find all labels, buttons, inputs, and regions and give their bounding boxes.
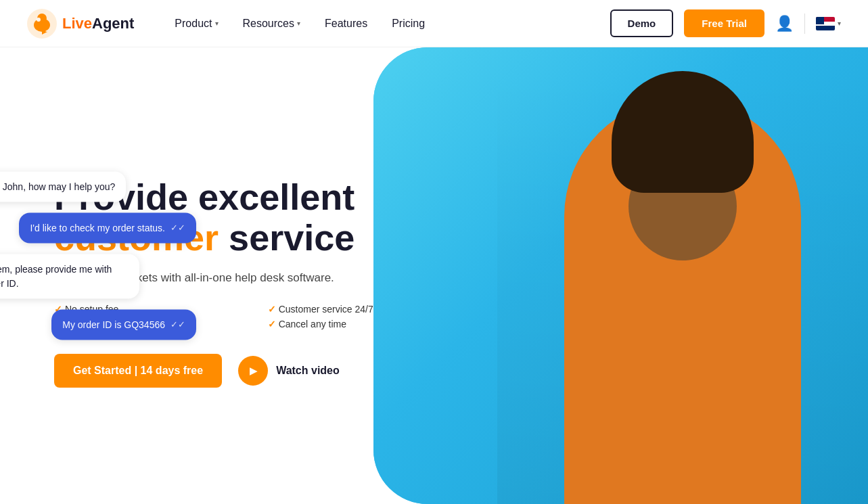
- resources-chevron-icon: ▾: [297, 20, 300, 27]
- svg-point-3: [37, 18, 41, 22]
- nav-product[interactable]: Product ▾: [175, 18, 218, 30]
- nav-resources[interactable]: Resources ▾: [243, 18, 300, 30]
- woman-illustration: [497, 70, 868, 504]
- logo-icon: [27, 9, 57, 39]
- chat-bubble-3: No problem, please provide me with your …: [0, 254, 139, 298]
- chat-row-4: My order ID is GQ34566 ✓✓: [0, 309, 196, 340]
- feature-customer-service: ✓ Customer service 24/7: [268, 304, 468, 315]
- navbar: LiveAgent Product ▾ Resources ▾ Features…: [0, 0, 868, 47]
- logo[interactable]: LiveAgent: [27, 9, 134, 39]
- logo-live-text: Live: [62, 15, 92, 32]
- product-chevron-icon: ▾: [215, 20, 219, 27]
- person-shape: [497, 70, 868, 504]
- nav-features[interactable]: Features: [325, 18, 367, 30]
- language-selector[interactable]: ▾: [816, 17, 841, 30]
- watch-video-button[interactable]: ▶ Watch video: [238, 356, 340, 386]
- hair-shape: [612, 71, 754, 193]
- chat-row-typing: [0, 350, 196, 380]
- watch-video-label: Watch video: [276, 365, 340, 377]
- nav-right: Demo Free Trial 👤 ▾: [610, 9, 841, 37]
- chat-bubble-4: My order ID is GQ34566 ✓✓: [51, 309, 196, 340]
- logo-agent-text: Agent: [92, 15, 134, 32]
- chat-overlay: Hello, I'm John, how may I help you? I'd…: [0, 171, 196, 380]
- chat-bubble-1: Hello, I'm John, how may I help you?: [0, 171, 126, 202]
- play-icon: ▶: [238, 356, 268, 386]
- chat-row-2: I'd like to check my order status. ✓✓: [0, 212, 196, 243]
- hero-title-line2: service: [229, 217, 355, 258]
- chat-row-1: Hello, I'm John, how may I help you?: [0, 171, 196, 202]
- free-trial-button[interactable]: Free Trial: [684, 9, 764, 37]
- message-check-icon-2: ✓✓: [170, 318, 185, 331]
- feature-cancel-anytime: ✓ Cancel any time: [268, 319, 468, 329]
- nav-links: Product ▾ Resources ▾ Features Pricing: [175, 18, 610, 30]
- message-check-icon: ✓✓: [170, 221, 185, 235]
- nav-pricing[interactable]: Pricing: [392, 18, 425, 30]
- chat-bubble-2: I'd like to check my order status. ✓✓: [19, 212, 196, 243]
- demo-button[interactable]: Demo: [610, 9, 674, 37]
- flag-icon: [816, 17, 835, 30]
- hero-section: Provide excellent customer service Answe…: [0, 47, 868, 504]
- chat-row-3: No problem, please provide me with your …: [0, 254, 196, 298]
- nav-divider: [804, 14, 805, 34]
- user-icon[interactable]: 👤: [775, 15, 794, 32]
- lang-chevron-icon: ▾: [838, 20, 841, 27]
